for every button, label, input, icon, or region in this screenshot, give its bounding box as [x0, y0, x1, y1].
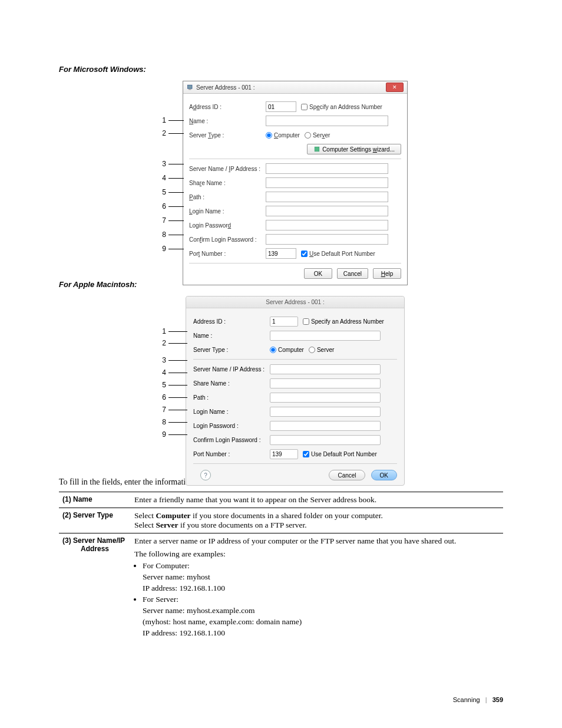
label-server-name: Server Name / IP Address :	[189, 166, 266, 172]
btn-cancel[interactable]: Cancel	[337, 268, 368, 279]
label-confirm-password: Confirm Login Password :	[189, 236, 266, 243]
btn-ok[interactable]: OK	[304, 268, 332, 279]
label-login-password: Login Password :	[193, 423, 270, 429]
input-server-name[interactable]	[270, 364, 381, 374]
input-share-name[interactable]	[266, 177, 388, 188]
svg-rect-0	[188, 85, 193, 88]
callout-num: 2	[159, 339, 166, 347]
btn-ok[interactable]: OK	[371, 470, 397, 480]
footer-section: Scanning	[453, 696, 480, 703]
callout-num: 6	[159, 202, 166, 210]
btn-settings-wizard[interactable]: Computer Settings wizard...	[307, 144, 401, 154]
label-path: Path :	[189, 194, 266, 200]
callout-num: 3	[159, 356, 166, 364]
chk-specify-number[interactable]: Specify an Address Number	[303, 318, 384, 325]
chk-default-port[interactable]: Use Default Port Number	[301, 251, 375, 257]
input-name[interactable]	[266, 116, 388, 126]
radio-server[interactable]: Server	[309, 347, 334, 353]
radio-server[interactable]: Server	[305, 132, 330, 139]
input-port-number[interactable]	[270, 449, 298, 459]
input-address-id[interactable]	[266, 101, 296, 112]
field-desc: Enter a server name or IP address of you…	[131, 533, 503, 643]
chk-specify-number[interactable]: Specify an Address Number	[301, 104, 382, 110]
field-desc: Select Computer if you store documents i…	[131, 508, 503, 533]
callout-num: 7	[159, 406, 166, 414]
label-server-type: Server Type :	[189, 132, 266, 139]
svg-rect-2	[315, 147, 319, 151]
callout-num: 8	[159, 418, 166, 426]
input-name[interactable]	[270, 331, 381, 341]
label-login-name: Login Name :	[193, 409, 270, 415]
dialog-title-text: Server Address - 001 :	[196, 84, 255, 91]
wizard-icon	[313, 146, 320, 153]
input-login-password[interactable]	[270, 421, 381, 431]
mac-dialog: Server Address - 001 : Address ID : Spec…	[186, 296, 405, 486]
footer-page-number: 359	[492, 696, 503, 703]
help-icon[interactable]: ?	[200, 470, 211, 480]
label-port-number: Port Number :	[193, 451, 270, 457]
label-address-id: Address ID :	[193, 318, 270, 325]
radio-computer[interactable]: Computer	[270, 347, 304, 353]
input-address-id[interactable]	[270, 317, 298, 327]
input-share-name[interactable]	[270, 378, 381, 388]
field-num: (2) Server Type	[59, 508, 131, 533]
input-server-name[interactable]	[266, 163, 388, 174]
radio-computer[interactable]: Computer	[266, 132, 300, 139]
mac-dialog-title: Server Address - 001 :	[186, 297, 404, 308]
input-login-password[interactable]	[266, 220, 388, 230]
callout-num: 9	[159, 430, 166, 439]
callout-num: 3	[159, 160, 166, 168]
table-row: (1) Name Enter a friendly name that you …	[59, 492, 503, 508]
table-row: (2) Server Type Select Computer if you s…	[59, 508, 503, 533]
input-login-name[interactable]	[266, 206, 388, 216]
input-path[interactable]	[270, 393, 381, 403]
close-icon[interactable]: ✕	[386, 83, 404, 92]
label-share-name: Share Name :	[189, 180, 266, 186]
label-server-type: Server Type :	[193, 347, 270, 353]
callout-num: 5	[159, 381, 166, 389]
input-path[interactable]	[266, 192, 388, 202]
chk-default-port[interactable]: Use Default Port Number	[303, 451, 377, 457]
label-port-number: Port Number :	[189, 251, 266, 257]
app-icon	[187, 84, 194, 91]
input-confirm-password[interactable]	[270, 435, 381, 445]
svg-rect-1	[189, 89, 191, 90]
btn-help[interactable]: Help	[373, 268, 401, 279]
callout-num: 7	[159, 216, 166, 225]
mac-dialog-wrap: 1 2 3 4 5 6 7 8 9 Server Address - 001 :…	[59, 296, 503, 467]
input-login-name[interactable]	[270, 407, 381, 417]
label-confirm-password: Confirm Login Password :	[193, 437, 270, 443]
windows-dialog-wrap: 1 2 3 4 5 6 7 8 9 Server Address - 001 :…	[59, 81, 503, 269]
callout-num: 1	[159, 327, 166, 335]
label-login-name: Login Name :	[189, 208, 266, 215]
label-path: Path :	[193, 394, 270, 401]
callout-num: 6	[159, 393, 166, 401]
callout-num: 8	[159, 230, 166, 239]
page-footer: Scanning | 359	[453, 696, 503, 703]
label-share-name: Share Name :	[193, 380, 270, 387]
heading-windows: For Microsoft Windows:	[59, 65, 503, 74]
label-name: Name :	[189, 118, 266, 124]
footer-separator: |	[485, 696, 487, 703]
field-num: (3) Server Name/IP Address	[59, 533, 131, 643]
windows-dialog: Server Address - 001 : ✕ Address ID : Sp…	[183, 81, 408, 285]
label-login-password: Login Password	[189, 222, 266, 229]
input-port-number[interactable]	[266, 248, 296, 259]
field-num: (1) Name	[59, 492, 131, 508]
callout-num: 2	[159, 129, 166, 137]
label-address-id: Address ID :	[189, 104, 266, 110]
callout-num: 1	[159, 116, 166, 124]
field-desc: Enter a friendly name that you want it t…	[131, 492, 503, 508]
table-row: (3) Server Name/IP Address Enter a serve…	[59, 533, 503, 643]
label-name: Name :	[193, 332, 270, 339]
callout-num: 9	[159, 245, 166, 253]
input-confirm-password[interactable]	[266, 234, 388, 245]
fields-table: (1) Name Enter a friendly name that you …	[59, 492, 503, 643]
btn-cancel[interactable]: Cancel	[329, 470, 365, 480]
label-server-name: Server Name / IP Address :	[193, 366, 270, 373]
dialog-titlebar: Server Address - 001 : ✕	[183, 81, 407, 94]
callout-num: 5	[159, 188, 166, 196]
callout-num: 4	[159, 174, 166, 182]
callout-num: 4	[159, 368, 166, 377]
